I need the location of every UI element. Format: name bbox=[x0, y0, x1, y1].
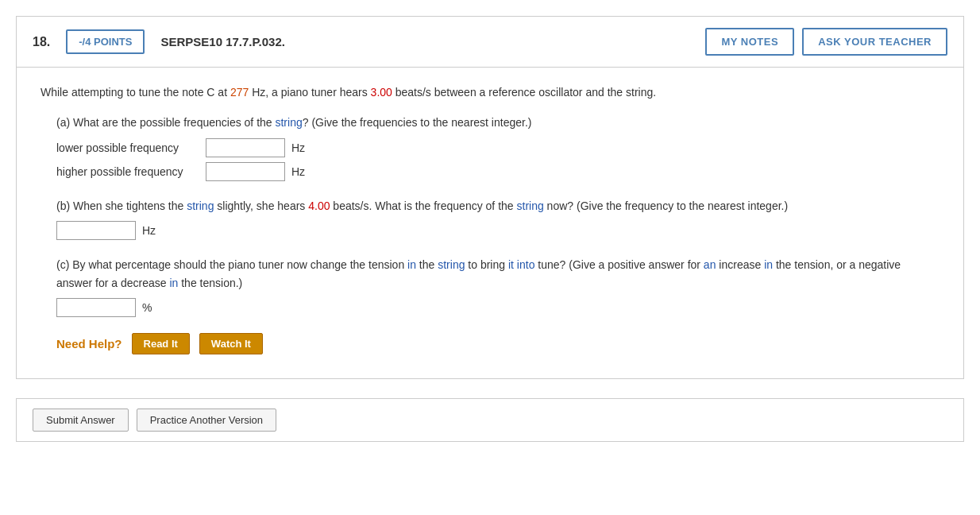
question-number: 18. bbox=[33, 35, 50, 49]
in-highlight3: in bbox=[169, 277, 178, 289]
part-b-input-row: Hz bbox=[56, 221, 939, 240]
freq-highlight: 277 bbox=[230, 86, 249, 99]
question-body: While attempting to tune the note C at 2… bbox=[16, 68, 964, 379]
points-badge: -/4 POINTS bbox=[66, 29, 145, 54]
my-notes-button[interactable]: MY NOTES bbox=[705, 28, 794, 56]
part-c: (c) By what percentage should the piano … bbox=[41, 256, 939, 317]
lower-freq-row: lower possible frequency Hz bbox=[56, 138, 939, 157]
question-header: 18. -/4 POINTS SERPSE10 17.7.P.032. MY N… bbox=[16, 16, 964, 68]
string-highlight-b1: string bbox=[187, 199, 214, 212]
string-highlight-a: string bbox=[275, 116, 302, 129]
higher-freq-unit: Hz bbox=[291, 165, 305, 178]
lower-freq-unit: Hz bbox=[291, 141, 305, 154]
part-b: (b) When she tightens the string slightl… bbox=[41, 197, 939, 240]
part-c-input[interactable] bbox=[56, 298, 136, 317]
higher-freq-input[interactable] bbox=[206, 162, 285, 181]
beats-highlight: 3.00 bbox=[371, 86, 392, 99]
in-highlight: in bbox=[407, 258, 416, 271]
part-c-unit: % bbox=[142, 301, 152, 314]
part-b-unit: Hz bbox=[142, 224, 156, 237]
question-left: 18. -/4 POINTS SERPSE10 17.7.P.032. bbox=[33, 29, 285, 54]
need-help-label: Need Help? bbox=[56, 337, 122, 350]
read-it-button[interactable]: Read It bbox=[132, 333, 190, 354]
action-row: Submit Answer Practice Another Version bbox=[16, 398, 964, 442]
into-highlight: into bbox=[517, 258, 535, 271]
string-highlight-c: string bbox=[438, 258, 465, 271]
part-c-input-row: % bbox=[56, 298, 939, 317]
submit-answer-button[interactable]: Submit Answer bbox=[33, 409, 129, 432]
part-b-label: (b) When she tightens the string slightl… bbox=[56, 197, 939, 215]
higher-freq-row: higher possible frequency Hz bbox=[56, 162, 939, 181]
watch-it-button[interactable]: Watch It bbox=[199, 333, 263, 354]
part-b-input[interactable] bbox=[56, 221, 136, 240]
part-a: (a) What are the possible frequencies of… bbox=[41, 114, 939, 180]
lower-freq-label: lower possible frequency bbox=[56, 141, 199, 154]
higher-freq-label: higher possible frequency bbox=[56, 165, 199, 178]
part-c-label: (c) By what percentage should the piano … bbox=[56, 256, 939, 292]
an-highlight: an bbox=[704, 258, 716, 271]
it-highlight: it bbox=[508, 258, 514, 271]
string-highlight-b2: string bbox=[517, 199, 544, 212]
lower-freq-input[interactable] bbox=[206, 138, 285, 157]
practice-another-button[interactable]: Practice Another Version bbox=[137, 409, 276, 432]
question-id: SERPSE10 17.7.P.032. bbox=[160, 35, 285, 48]
ask-teacher-button[interactable]: ASK YOUR TEACHER bbox=[802, 28, 947, 56]
in-highlight2: in bbox=[764, 258, 773, 271]
need-help-row: Need Help? Read It Watch It bbox=[41, 333, 939, 354]
intro-text: While attempting to tune the note C at 2… bbox=[41, 83, 939, 101]
part-a-label: (a) What are the possible frequencies of… bbox=[56, 114, 939, 131]
beats-highlight-b: 4.00 bbox=[308, 199, 330, 212]
header-buttons: MY NOTES ASK YOUR TEACHER bbox=[705, 28, 947, 56]
